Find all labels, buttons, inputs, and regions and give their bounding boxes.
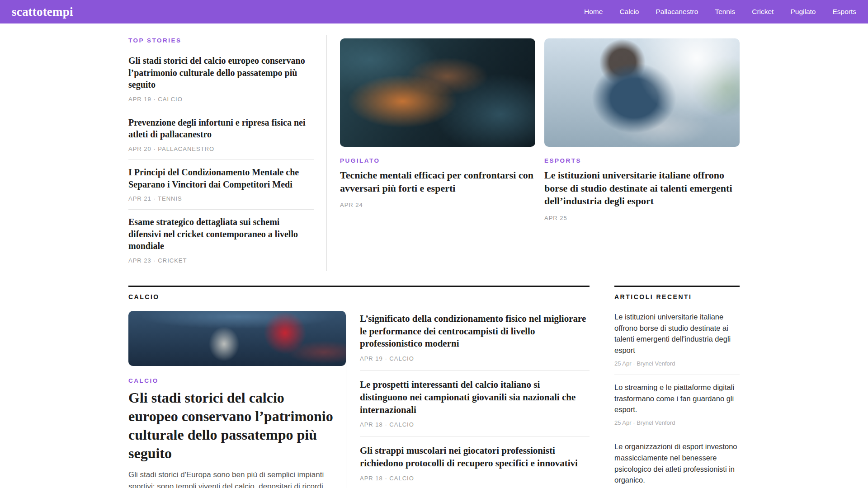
nav-item-calcio[interactable]: Calcio xyxy=(619,8,639,16)
nav-item-esports[interactable]: Esports xyxy=(832,8,856,16)
recent-article-title[interactable]: Le istituzioni universitarie italiane of… xyxy=(614,311,740,356)
stadium-photo[interactable] xyxy=(128,311,346,366)
calcio-featured-article[interactable]: CALCIO Gli stadi storici del calcio euro… xyxy=(128,311,346,488)
top-story-item[interactable]: Gli stadi storici del calcio europeo con… xyxy=(128,48,314,110)
top-story-meta: APR 23 · CRICKET xyxy=(128,257,314,264)
recent-article-item[interactable]: Le organizzazioni di esport investono ma… xyxy=(614,434,740,488)
calcio-section-head: CALCIO xyxy=(128,286,590,301)
calcio-list-item[interactable]: Gli strappi muscolari nei giocatori prof… xyxy=(360,436,590,488)
top-story-item[interactable]: Esame strategico dettagliata sui schemi … xyxy=(128,210,314,271)
top-story-title[interactable]: Prevenzione degli infortuni e ripresa fi… xyxy=(128,117,314,141)
recent-article-item[interactable]: Le istituzioni universitarie italiane of… xyxy=(614,301,740,375)
recent-article-title[interactable]: Lo streaming e le piattaforme digitali t… xyxy=(614,382,740,415)
nav-item-home[interactable]: Home xyxy=(584,8,603,16)
calcio-body: CALCIO Gli stadi storici del calcio euro… xyxy=(128,311,590,488)
top-zone: TOP STORIES Gli stadi storici del calcio… xyxy=(128,35,740,271)
top-story-meta: APR 20 · PALLACANESTRO xyxy=(128,145,314,152)
card-title[interactable]: Le istituzioni universitarie italiane of… xyxy=(544,169,740,208)
nav-item-tennis[interactable]: Tennis xyxy=(715,8,735,16)
card-meta: APR 24 xyxy=(340,202,535,208)
top-story-item[interactable]: Prevenzione degli infortuni e ripresa fi… xyxy=(128,110,314,160)
calcio-feature-excerpt: Gli stadi storici d'Europa sono ben più … xyxy=(128,469,333,488)
recent-article-meta: 25 Apr · Brynel Venford xyxy=(614,360,740,367)
lower-zone: CALCIO CALCIO Gli stadi storici del calc… xyxy=(128,286,740,488)
site-header: scattotempi Home Calcio Pallacanestro Te… xyxy=(0,0,868,23)
featured-card-pugilato[interactable]: PUGILATO Tecniche mentali efficaci per c… xyxy=(340,35,535,271)
featured-card-esports[interactable]: ESPORTS Le istituzioni universitarie ita… xyxy=(544,35,740,271)
calcio-section-label: CALCIO xyxy=(128,293,160,300)
recent-article-title[interactable]: Le organizzazioni di esport investono ma… xyxy=(614,441,740,486)
top-story-title[interactable]: Esame strategico dettagliata sui schemi … xyxy=(128,216,314,252)
featured-cards: PUGILATO Tecniche mentali efficaci per c… xyxy=(327,35,740,271)
calcio-list-item[interactable]: L’significato della condizionamento fisi… xyxy=(360,311,590,371)
card-title[interactable]: Tecniche mentali efficaci per confrontar… xyxy=(340,169,535,195)
top-story-title[interactable]: I Principi del Condizionamento Mentale c… xyxy=(128,166,314,190)
calcio-list-title[interactable]: L’significato della condizionamento fisi… xyxy=(360,313,590,350)
sidebar-head: ARTICOLI RECENTI xyxy=(614,286,740,301)
calcio-list-meta: APR 18 · CALCIO xyxy=(360,475,590,482)
sidebar-label: ARTICOLI RECENTI xyxy=(614,293,692,300)
top-story-item[interactable]: I Principi del Condizionamento Mentale c… xyxy=(128,160,314,210)
recent-articles-sidebar: ARTICOLI RECENTI Le istituzioni universi… xyxy=(614,286,740,488)
calcio-list-meta: APR 19 · CALCIO xyxy=(360,355,590,362)
card-meta: APR 25 xyxy=(544,215,740,221)
top-stories-heading: TOP STORIES xyxy=(128,37,314,44)
top-stories-section: TOP STORIES Gli stadi storici del calcio… xyxy=(128,35,327,271)
main-column: CALCIO CALCIO Gli stadi storici del calc… xyxy=(128,286,590,488)
calcio-feature-category[interactable]: CALCIO xyxy=(128,377,333,384)
main-nav: Home Calcio Pallacanestro Tennis Cricket… xyxy=(584,8,856,16)
boxer-photo[interactable] xyxy=(340,38,535,147)
calcio-article-list: L’significato della condizionamento fisi… xyxy=(346,311,590,488)
calcio-list-meta: APR 18 · CALCIO xyxy=(360,421,590,428)
esports-photo[interactable] xyxy=(544,38,740,147)
nav-item-pugilato[interactable]: Pugilato xyxy=(790,8,816,16)
calcio-feature-title[interactable]: Gli stadi storici del calcio europeo con… xyxy=(128,389,333,463)
recent-article-meta: 25 Apr · Brynel Venford xyxy=(614,419,740,426)
card-category[interactable]: ESPORTS xyxy=(544,157,740,164)
calcio-section: CALCIO CALCIO Gli stadi storici del calc… xyxy=(128,286,590,488)
calcio-list-title[interactable]: Gli strappi muscolari nei giocatori prof… xyxy=(360,445,590,469)
card-category[interactable]: PUGILATO xyxy=(340,157,535,164)
page-content: TOP STORIES Gli stadi storici del calcio… xyxy=(128,23,740,488)
site-logo[interactable]: scattotempi xyxy=(12,5,73,19)
top-story-meta: APR 19 · CALCIO xyxy=(128,96,314,103)
calcio-list-title[interactable]: Le prospetti interessanti del calcio ita… xyxy=(360,379,590,416)
top-story-meta: APR 21 · TENNIS xyxy=(128,195,314,202)
nav-item-pallacanestro[interactable]: Pallacanestro xyxy=(656,8,698,16)
recent-article-item[interactable]: Lo streaming e le piattaforme digitali t… xyxy=(614,375,740,434)
nav-item-cricket[interactable]: Cricket xyxy=(752,8,774,16)
top-story-title[interactable]: Gli stadi storici del calcio europeo con… xyxy=(128,55,314,91)
calcio-list-item[interactable]: Le prospetti interessanti del calcio ita… xyxy=(360,371,590,436)
